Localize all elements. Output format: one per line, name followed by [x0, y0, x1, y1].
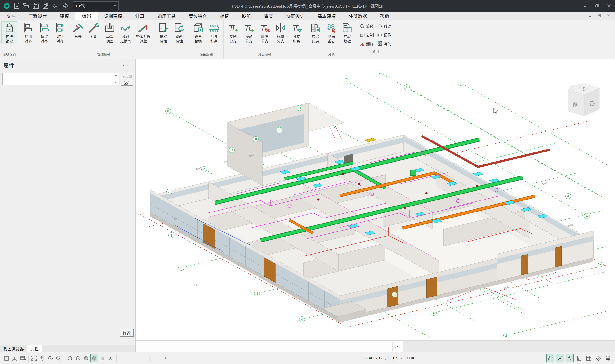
pan-hand-icon[interactable] [38, 354, 46, 362]
menu-external-data[interactable]: 外部数据 [342, 12, 373, 20]
open-file-icon[interactable] [23, 3, 29, 9]
tray-align-button[interactable]: 桥架 对齐 [36, 21, 52, 44]
new-window-icon[interactable] [19, 354, 27, 362]
tab-properties[interactable]: 属性 [27, 345, 42, 352]
modify-button[interactable]: 修改 [120, 329, 134, 337]
conduit-bridge-bend-button[interactable]: 线管 过桥弯 [118, 21, 134, 44]
tile-views-icon[interactable] [11, 354, 19, 362]
menu-basic-modeling[interactable]: 基本建模 [311, 12, 342, 20]
app-close-button[interactable] [603, 0, 615, 12]
settings-gear-icon[interactable] [604, 354, 612, 362]
menu-edit[interactable]: 编辑 [75, 12, 97, 20]
viewport-command-bar[interactable]: ⋮ [136, 340, 403, 352]
menu-collaboration[interactable]: 协同设计 [280, 12, 311, 20]
mirror-branch-button[interactable]: 镜像 分支 [273, 21, 289, 44]
panel-collapse-icon[interactable] [122, 63, 125, 67]
array-button[interactable]: 阵列 [376, 39, 392, 48]
zoom-window-icon[interactable] [54, 354, 63, 362]
move-branch-button[interactable]: 移动 分支 [241, 21, 257, 44]
break-button[interactable]: 打断 [86, 21, 102, 39]
view-wireframe-icon[interactable] [66, 354, 74, 362]
view-hidden-line-icon[interactable] [74, 354, 82, 362]
extended-data-button[interactable]: 扩展 数据 [339, 21, 355, 44]
drag-handle-icon[interactable]: ⋮ [137, 343, 141, 347]
menu-drawing-modeling[interactable]: 识图建模 [97, 12, 129, 20]
delete-branch-button[interactable]: 删除 分支 [257, 21, 273, 44]
zoom-slider-handle[interactable] [149, 356, 151, 361]
floor-assignment-button[interactable]: 楼层 归属 [308, 21, 323, 44]
copy-branch-button[interactable]: 复制 分支 [225, 21, 241, 44]
menu-review[interactable]: 审查 [257, 12, 280, 20]
property-style-dropdown[interactable] [2, 79, 119, 85]
schematic-button[interactable]: 示意图 [120, 73, 133, 79]
doc-minimize-button[interactable] [586, 12, 595, 19]
pick-properties-button[interactable]: 拾取 属性 [155, 21, 171, 44]
snap-tracking-toggle[interactable] [565, 354, 574, 362]
merge-button[interactable]: 合并 [70, 21, 86, 39]
delete-button[interactable]: 删除 [359, 39, 375, 48]
dynamic-input-toggle[interactable] [594, 354, 602, 362]
panel-title: 属性 [3, 61, 14, 69]
component-lock-button[interactable]: 构件 锁定 [1, 21, 17, 44]
branch-elevation-button[interactable]: 分支 标高 [289, 21, 304, 44]
menu-submission[interactable]: 提资 [213, 12, 235, 20]
doc-close-button[interactable] [604, 12, 613, 19]
tray-elevation-adjust-button[interactable]: 桥架升降 调整 [134, 21, 153, 44]
save-style-button[interactable]: 保存 [120, 80, 133, 86]
menu-drawings[interactable]: 图纸 [235, 12, 257, 20]
refresh-properties-button[interactable]: 刷新 属性 [171, 21, 187, 44]
menu-project-settings[interactable]: 工程设置 [22, 12, 53, 20]
lamp-elevation-button[interactable]: 灯具 标高 [206, 21, 222, 44]
new-view-icon[interactable] [2, 354, 11, 362]
properties-panel: 属性 示意图 保存 修改 视图浏览器 属性 [0, 59, 136, 352]
view-realistic-icon[interactable] [90, 354, 98, 362]
zoom-slider[interactable]: − + [121, 355, 167, 361]
panel-expand-button[interactable] [392, 342, 401, 351]
zoom-in-icon[interactable]: + [164, 355, 167, 361]
grid-toggle[interactable] [585, 354, 593, 362]
tab-view-browser[interactable]: 视图浏览器 [0, 345, 27, 352]
viewport-3d-canvas[interactable]: 上 前 右 BGFEDCA123432154AB342 900075005400… [136, 59, 615, 352]
zoom-out-icon[interactable]: − [121, 355, 124, 361]
mirror-button[interactable]: 镜像 [376, 30, 392, 39]
app-minimize-button[interactable] [579, 0, 591, 12]
zoom-extents-icon[interactable] [30, 354, 38, 362]
new-file-icon[interactable] [14, 3, 20, 9]
property-type-dropdown[interactable] [2, 73, 119, 79]
save-icon[interactable] [33, 3, 39, 9]
move-button[interactable]: 移动 [376, 22, 392, 30]
group-label: 通用 [357, 48, 394, 56]
object-snap-toggle[interactable] [546, 354, 554, 362]
menu-help[interactable]: 帮助 [373, 12, 395, 20]
undo-icon[interactable] [52, 3, 59, 9]
ortho-toggle[interactable] [575, 354, 583, 362]
menu-file[interactable]: 文件 [0, 12, 22, 20]
polar-tracking-toggle[interactable] [556, 354, 564, 362]
copy-button[interactable]: 复制 [359, 30, 375, 39]
move-icon [377, 24, 382, 29]
app-restore-button[interactable] [591, 0, 603, 12]
view-conceptual-icon[interactable] [98, 354, 107, 362]
device-replace-button[interactable]: 设备 替换 [190, 21, 206, 44]
orbit-icon[interactable] [46, 354, 54, 362]
conduit-align-button[interactable]: 线管 对齐 [52, 21, 68, 44]
save-as-icon[interactable] [42, 3, 49, 9]
delete-duplicates-button[interactable]: 删除 重复 [323, 21, 339, 44]
general-align-button[interactable]: 通用 对齐 [20, 21, 36, 44]
menu-pipeline-integration[interactable]: 管线综合 [182, 12, 213, 20]
more-view-styles-icon[interactable] [107, 354, 115, 362]
axis-bubble: A [584, 213, 590, 219]
discipline-dropdown[interactable]: 电气 [73, 1, 119, 10]
local-adjust-button[interactable]: 局部 调整 [102, 21, 118, 44]
menu-common-tools[interactable]: 通用工具 [151, 12, 182, 20]
viewport-bottom-filler [403, 340, 615, 352]
menu-modeling[interactable]: 建模 [53, 12, 75, 20]
panel-close-icon[interactable] [129, 63, 132, 67]
redo-icon[interactable] [62, 3, 69, 9]
view-navigation-cube[interactable]: 上 前 右 [568, 84, 599, 116]
rotate-button[interactable]: 旋转 [359, 22, 375, 30]
chevron-down-icon [115, 75, 117, 77]
menu-calculation[interactable]: 计算 [129, 12, 151, 20]
view-shaded-icon[interactable] [82, 354, 90, 362]
doc-restore-button[interactable] [595, 12, 604, 19]
